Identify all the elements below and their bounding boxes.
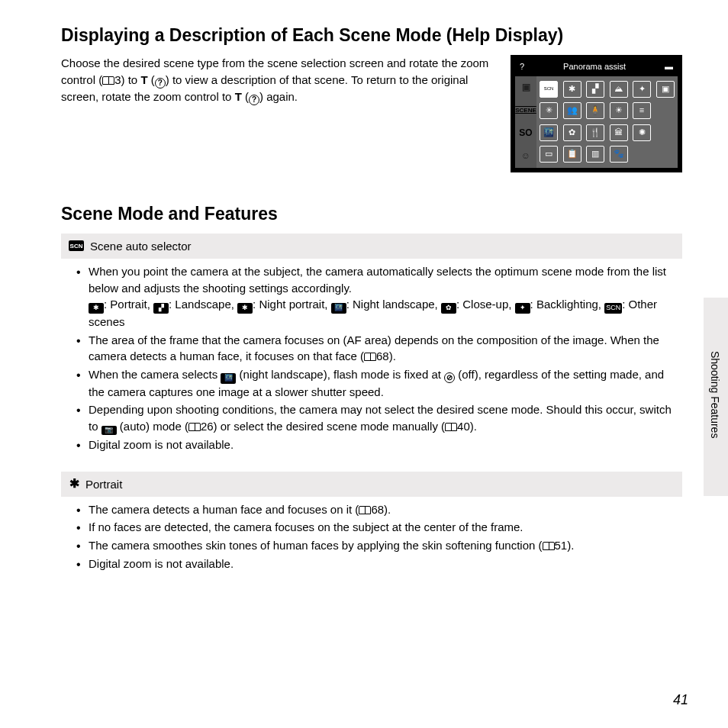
night-landscape-badge-icon: 🌃 — [331, 303, 346, 314]
grid-cell: ☀ — [610, 102, 628, 119]
bullet-2: If no faces are detected, the camera foc… — [89, 519, 675, 536]
screen-grid: SCN ✱ ▞ ⛰ ✦ ▣ ✳ 👥 🧍 ☀ ≡ 🌃 ✿ 🍴 🏛 ✺ ▭ 📋 — [536, 76, 678, 168]
bullet-text: : Close-up, — [456, 298, 515, 311]
mode-header-auto-selector: SCN Scene auto selector — [61, 234, 682, 259]
mode-title-auto: Scene auto selector — [90, 238, 192, 254]
backlight-badge-icon: ✦ — [515, 303, 530, 314]
scene-auto-icon: SCN — [69, 240, 84, 251]
portrait-badge-icon: ✱ — [89, 303, 104, 314]
grid-cell: ⛰ — [610, 81, 628, 98]
t-bold-1: T — [140, 73, 147, 86]
bullet-text: : Night portrait, — [253, 298, 331, 311]
tab-scene: SCENE — [515, 99, 536, 122]
grid-cell: ▭ — [540, 146, 558, 163]
grid-cell: ✱ — [563, 81, 581, 98]
help-icon: ? — [249, 95, 259, 105]
intro-text-3: ( — [148, 73, 155, 86]
screen-titlebar: ? Panorama assist ▬ — [515, 60, 678, 76]
book-icon — [543, 542, 555, 550]
bullet-text: : Portrait, — [104, 298, 153, 311]
portrait-bullets: The camera detects a human face and focu… — [61, 497, 682, 588]
bullet-text: The camera detects a human face and focu… — [89, 503, 359, 516]
intro-text-5: ( — [242, 90, 249, 103]
portrait-icon: ✱ — [69, 478, 79, 489]
bullet-text: 68). — [371, 503, 391, 516]
grid-cell: ▥ — [586, 146, 604, 163]
tab-smile-icon: ☺ — [515, 145, 536, 168]
bullet-4: Depending upon shooting conditions, the … — [89, 401, 675, 435]
bullet-text: When the camera selects — [89, 368, 221, 381]
screen-title: Panorama assist — [563, 61, 626, 72]
book-icon — [364, 353, 376, 361]
intro-block: Choose the desired scene type from the s… — [61, 55, 682, 172]
grid-cell-scene: SCN — [540, 81, 558, 98]
intro-paragraph: Choose the desired scene type from the s… — [61, 55, 499, 172]
grid-cell: ✳ — [540, 102, 558, 119]
grid-cell-empty — [656, 102, 675, 119]
grid-cell: ▣ — [656, 81, 675, 98]
bullet-text: 26) or select the desired scene mode man… — [201, 420, 445, 433]
grid-cell-empty — [633, 146, 651, 163]
titlebar-help-icon: ? — [520, 61, 524, 72]
grid-cell: ✺ — [633, 124, 651, 141]
flash-off-icon: ⊘ — [444, 372, 455, 383]
book-icon — [359, 506, 371, 514]
grid-cell: 🍴 — [586, 124, 604, 141]
night-landscape-badge-icon: 🌃 — [221, 373, 236, 384]
grid-cell: ≡ — [633, 102, 651, 119]
mode-title-portrait: Portrait — [85, 476, 122, 492]
grid-cell: ▞ — [586, 81, 604, 98]
page-number: 41 — [673, 691, 688, 710]
closeup-badge-icon: ✿ — [441, 303, 456, 314]
grid-cell: 🌃 — [540, 124, 558, 141]
bullet-text: 51). — [555, 539, 575, 552]
grid-cell: 📋 — [563, 146, 581, 163]
bullet-text: When you point the camera at the subject… — [89, 265, 666, 295]
auto-selector-bullets: When you point the camera at the subject… — [61, 259, 682, 469]
intro-text-2: 3) to — [114, 73, 140, 86]
heading-scene-mode-features: Scene Mode and Features — [61, 201, 682, 226]
camera-icon: 📷 — [101, 426, 117, 435]
bullet-3: The camera smoothes skin tones of human … — [89, 537, 675, 554]
other-badge-icon: SCN — [604, 303, 622, 314]
book-icon — [102, 76, 114, 85]
bullet-text: : Backlighting, — [530, 298, 605, 311]
bullet-2: The area of the frame that the camera fo… — [89, 332, 675, 366]
side-label: Shooting Features — [707, 351, 722, 438]
grid-cell: ✦ — [633, 81, 651, 98]
grid-cell: ✿ — [563, 124, 581, 141]
bullet-1: When you point the camera at the subject… — [89, 263, 675, 330]
grid-cell-empty — [656, 146, 675, 163]
grid-cell: 👥 — [563, 102, 581, 119]
grid-cell: 🏛 — [610, 124, 628, 141]
bullet-text: 68). — [376, 350, 396, 362]
grid-cell-empty — [656, 124, 675, 141]
intro-text-6: ) again. — [259, 90, 298, 103]
bullet-5: Digital zoom is not available. — [89, 436, 675, 453]
book-icon — [445, 423, 457, 431]
bullet-3: When the camera selects 🌃 (night landsca… — [89, 366, 675, 400]
grid-cell: 🧍 — [586, 102, 604, 119]
book-icon — [188, 423, 201, 431]
night-portrait-badge-icon: ✱ — [237, 303, 253, 314]
camera-screen-figure: ? Panorama assist ▬ ▣ SCENE SO ☺ SCN ✱ ▞… — [511, 55, 682, 172]
bullet-text: (night landscape), flash mode is fixed a… — [236, 368, 444, 381]
mode-header-portrait: ✱ Portrait — [61, 472, 682, 497]
bullet-4: Digital zoom is not available. — [89, 556, 675, 572]
help-icon: ? — [155, 78, 166, 89]
bullet-text: 40). — [457, 420, 477, 433]
bullet-text: (auto) mode ( — [117, 420, 188, 433]
titlebar-battery-icon: ▬ — [665, 61, 673, 72]
tab-so: SO — [515, 122, 536, 145]
bullet-text: : Landscape, — [169, 298, 237, 311]
grid-cell: 🐾 — [610, 146, 628, 163]
screen-tabs: ▣ SCENE SO ☺ — [515, 76, 536, 168]
bullet-1: The camera detects a human face and focu… — [89, 501, 675, 518]
heading-help-display: Displaying a Description of Each Scene M… — [61, 23, 682, 47]
bullet-text: The camera smoothes skin tones of human … — [89, 539, 543, 552]
bullet-text: : Night landscape, — [346, 298, 441, 311]
tab-camera-icon: ▣ — [515, 76, 536, 99]
t-bold-2: T — [235, 90, 242, 103]
landscape-badge-icon: ▞ — [153, 303, 169, 314]
screen-body: ▣ SCENE SO ☺ SCN ✱ ▞ ⛰ ✦ ▣ ✳ 👥 🧍 ☀ ≡ 🌃 ✿ — [515, 76, 678, 168]
